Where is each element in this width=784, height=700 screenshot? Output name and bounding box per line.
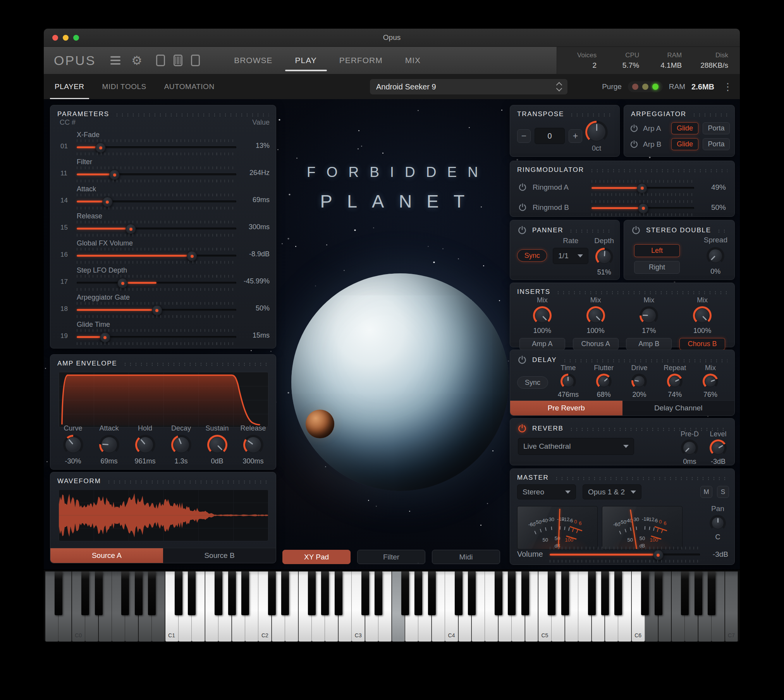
glide-time-slider[interactable] xyxy=(77,332,236,342)
menu-icon[interactable] xyxy=(110,56,120,65)
tab-browse[interactable]: BROWSE xyxy=(234,48,272,73)
mute-button[interactable]: M xyxy=(700,486,712,498)
piano-key-black[interactable] xyxy=(414,571,422,615)
piano-key-black[interactable] xyxy=(561,571,569,615)
power-icon[interactable] xyxy=(631,225,641,235)
slider-handle[interactable] xyxy=(109,170,120,180)
piano-key-black[interactable] xyxy=(695,571,702,615)
delay-mix-knob[interactable] xyxy=(703,374,718,389)
ringmod-b-slider[interactable] xyxy=(591,203,694,213)
panner-sync-button[interactable]: Sync xyxy=(517,249,547,262)
spread-knob[interactable] xyxy=(707,247,724,265)
tab-filter[interactable]: Filter xyxy=(357,550,425,564)
piano-key-black[interactable] xyxy=(55,571,62,615)
piano-key-black[interactable] xyxy=(121,571,129,615)
mixer-panel-icon[interactable] xyxy=(191,55,200,66)
power-icon[interactable] xyxy=(518,203,527,212)
piano-key-black[interactable] xyxy=(588,571,596,615)
slider-handle[interactable] xyxy=(653,550,664,560)
left-button[interactable]: Left xyxy=(634,244,680,257)
piano-key-black[interactable] xyxy=(188,571,196,615)
env-decay-knob[interactable] xyxy=(171,435,191,455)
piano-key-black[interactable] xyxy=(508,571,516,615)
tab-delay-channel[interactable]: Delay Channel xyxy=(622,401,735,415)
insert-3-mix-knob[interactable] xyxy=(640,306,658,325)
delay-repeat-knob[interactable] xyxy=(667,374,683,389)
piano-key-black[interactable] xyxy=(614,571,622,615)
chorus-a-button[interactable]: Chorus A xyxy=(573,338,619,350)
right-button[interactable]: Right xyxy=(634,261,680,274)
reverb-predelay-knob[interactable] xyxy=(681,439,698,456)
piano-key-black[interactable] xyxy=(81,571,89,615)
output-dropdown[interactable]: Opus 1 & 2 xyxy=(583,484,641,499)
tab-automation[interactable]: AUTOMATION xyxy=(164,74,215,100)
tab-player[interactable]: PLAYER xyxy=(55,74,84,100)
piano-key-black[interactable] xyxy=(308,571,316,615)
tab-mix[interactable]: MIX xyxy=(405,48,421,73)
piano-key-black[interactable] xyxy=(361,571,369,615)
arp-a-glide-button[interactable]: Glide xyxy=(671,122,698,134)
chorus-b-button[interactable]: Chorus B xyxy=(679,338,725,350)
piano-key-black[interactable] xyxy=(175,571,182,615)
preset-selector[interactable]: Android Seeker 9 xyxy=(370,79,567,94)
power-icon[interactable] xyxy=(629,140,639,149)
delay-drive-knob[interactable] xyxy=(631,374,647,389)
piano-key-black[interactable] xyxy=(708,571,715,615)
global-fx-volume-slider[interactable] xyxy=(77,251,236,261)
env-attack-knob[interactable] xyxy=(99,435,119,455)
piano-key-black[interactable] xyxy=(321,571,329,615)
piano-key-black[interactable] xyxy=(241,571,249,615)
piano-key-black[interactable] xyxy=(641,571,649,615)
arp-a-porta-button[interactable]: Porta xyxy=(703,122,730,134)
reverb-preset-dropdown[interactable]: Live Cathedral xyxy=(518,438,634,455)
channel-dropdown[interactable]: Stereo xyxy=(517,484,576,499)
reverb-level-knob[interactable] xyxy=(710,439,727,456)
piano-key-white[interactable]: C7 xyxy=(725,571,738,642)
slider-handle[interactable] xyxy=(117,278,128,288)
delay-sync-button[interactable]: Sync xyxy=(517,376,548,389)
power-icon[interactable] xyxy=(518,183,527,192)
piano-key-black[interactable] xyxy=(455,571,462,615)
piano-key-black[interactable] xyxy=(601,571,609,615)
piano-key-black[interactable] xyxy=(268,571,276,615)
piano-key-black[interactable] xyxy=(428,571,436,615)
piano-key-black[interactable] xyxy=(135,571,143,615)
ringmod-a-slider[interactable] xyxy=(591,183,694,193)
slider-handle[interactable] xyxy=(187,251,197,261)
slider-handle[interactable] xyxy=(152,305,162,316)
master-volume-slider[interactable] xyxy=(550,550,700,559)
power-icon[interactable] xyxy=(629,124,639,133)
slider-handle[interactable] xyxy=(637,183,647,194)
arpeggiator-gate-slider[interactable] xyxy=(77,305,236,315)
piano-key-black[interactable] xyxy=(215,571,222,615)
curve-knob[interactable] xyxy=(63,435,83,455)
slider-handle[interactable] xyxy=(126,224,136,234)
piano-key-black[interactable] xyxy=(468,571,476,615)
step-lfo-depth-slider[interactable] xyxy=(77,278,236,288)
octave-knob[interactable] xyxy=(585,121,608,143)
power-icon[interactable] xyxy=(517,424,527,434)
piano-key-black[interactable] xyxy=(401,571,409,615)
amp-b-button[interactable]: Amp B xyxy=(626,338,672,350)
slider-handle[interactable] xyxy=(95,142,106,153)
piano-key-black[interactable] xyxy=(521,571,529,615)
env-hold-knob[interactable] xyxy=(135,435,155,455)
pan-knob[interactable] xyxy=(710,515,726,531)
gear-icon[interactable]: ⚙ xyxy=(131,55,142,67)
piano-key-black[interactable] xyxy=(281,571,289,615)
keyboard-panel-icon[interactable] xyxy=(174,55,182,66)
insert-4-mix-knob[interactable] xyxy=(693,306,712,325)
piano-key-black[interactable] xyxy=(655,571,662,615)
depth-knob[interactable] xyxy=(595,248,613,266)
release-slider[interactable] xyxy=(77,224,236,233)
browser-panel-icon[interactable] xyxy=(156,55,165,66)
preset-stepper-icon[interactable] xyxy=(557,83,561,91)
transpose-minus-button[interactable]: − xyxy=(517,129,531,143)
transpose-plus-button[interactable]: + xyxy=(569,129,582,143)
arp-b-glide-button[interactable]: Glide xyxy=(671,138,698,150)
piano-key-black[interactable] xyxy=(375,571,382,615)
piano-key-black[interactable] xyxy=(495,571,502,615)
piano-key-black[interactable] xyxy=(335,571,342,615)
tab-pre-reverb[interactable]: Pre Reverb xyxy=(510,401,622,415)
tab-midi[interactable]: Midi xyxy=(432,550,500,564)
